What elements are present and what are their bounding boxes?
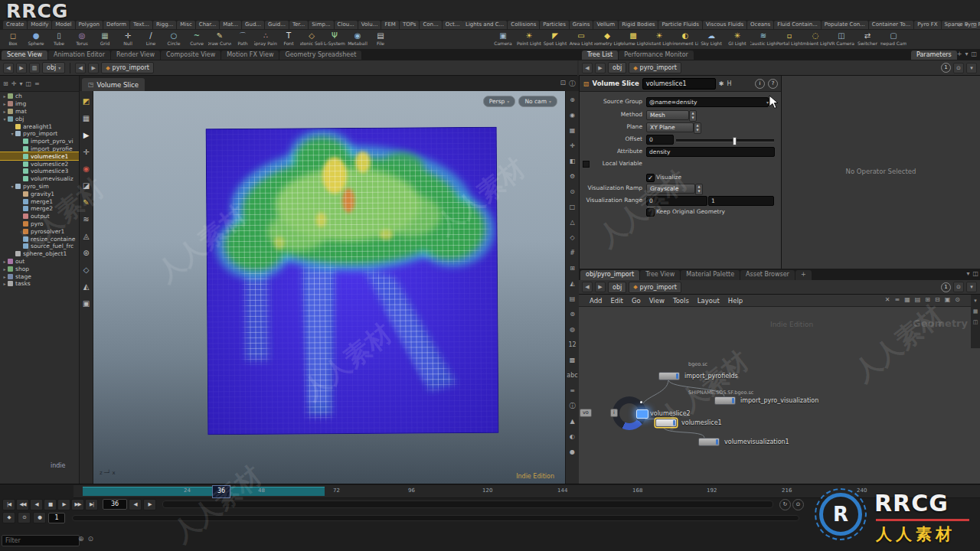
keep-original-checkbox[interactable]: [646, 208, 655, 217]
shelf-tab[interactable]: Collisions: [508, 21, 539, 29]
plane-dropdown[interactable]: XY Plane: [646, 122, 694, 132]
menu-item[interactable]: Go: [632, 297, 641, 305]
network-toolbar-icon[interactable]: ▣: [945, 296, 951, 303]
tree-item[interactable]: output: [0, 213, 79, 220]
network-node-body[interactable]: [714, 396, 736, 405]
shelf-tool[interactable]: ◐ Environment Light: [672, 31, 698, 46]
transport-button[interactable]: ▶|: [85, 499, 98, 510]
shelf-tab[interactable]: Polygon: [76, 21, 103, 29]
viewport-display-icon[interactable]: ▤: [570, 292, 576, 307]
menu-item[interactable]: Add: [590, 297, 602, 305]
path-node-chip[interactable]: ◆ pyro_import: [629, 282, 681, 293]
viewport-tool-icon[interactable]: ⊛: [83, 246, 89, 262]
help-houdini-icon[interactable]: H: [727, 80, 732, 87]
back-button[interactable]: ◀: [3, 63, 14, 73]
shelf-tab[interactable]: Gud...: [242, 21, 264, 29]
shelf-tool[interactable]: ✎ Draw Curve: [208, 31, 231, 46]
shelf-tool[interactable]: ✛ Null: [116, 31, 139, 46]
path-root-chip[interactable]: obj: [608, 62, 626, 73]
network-tab[interactable]: Asset Browser: [740, 270, 795, 280]
viewport-display-icon[interactable]: #: [570, 246, 575, 261]
network-node-body[interactable]: [658, 372, 680, 380]
stepper-icon[interactable]: ▲▼: [695, 184, 703, 195]
pane-tab[interactable]: Composite View: [161, 51, 220, 60]
pane-menu-icon[interactable]: ▾: [966, 63, 977, 73]
transport-button[interactable]: ◀: [30, 499, 43, 510]
forward-button[interactable]: ▶: [595, 63, 606, 73]
pane-menu-icon[interactable]: ▾: [966, 282, 977, 292]
shelf-tool[interactable]: ◫ VR Camera: [828, 31, 854, 46]
network-node[interactable]: import_pyro_visualization: [714, 396, 818, 404]
visualization-ramp-dropdown[interactable]: Grayscale: [646, 184, 695, 194]
playbar-option-button[interactable]: ●: [33, 512, 46, 523]
shelf-tool[interactable]: ▢ Gamepad Camera: [880, 31, 906, 46]
pane-tab[interactable]: Performance Monitor: [619, 51, 694, 60]
viewport-display-icon[interactable]: ✛: [570, 139, 575, 154]
viewport-display-icon[interactable]: ⚙: [570, 169, 575, 184]
add-network-tab-button[interactable]: +: [795, 270, 812, 280]
shelf-tool[interactable]: ▩ Volume Light: [620, 31, 646, 46]
path-root-chip[interactable]: obj: [608, 282, 626, 293]
twisty-icon[interactable]: ▾: [9, 131, 15, 136]
pane-menu-icon[interactable]: ▾: [966, 270, 969, 280]
twisty-icon[interactable]: ▸: [2, 259, 8, 264]
shelf-tab[interactable]: Oceans: [747, 21, 773, 29]
transport-button[interactable]: ▶: [57, 499, 70, 510]
playback-loop-button[interactable]: ↻: [779, 499, 791, 510]
shelf-tab[interactable]: Ter...: [289, 21, 308, 29]
viewport-display-icon[interactable]: ⓘ: [570, 399, 576, 414]
viewport-tool-icon[interactable]: ◭: [83, 279, 90, 296]
camera-selector-button[interactable]: No cam ▾: [518, 96, 557, 107]
network-node[interactable]: volumevisualization1: [698, 438, 789, 445]
shelf-tab[interactable]: Text...: [130, 21, 152, 29]
twisty-icon[interactable]: ▸: [2, 101, 8, 106]
menu-item[interactable]: Help: [728, 297, 743, 305]
network-toolbar-icon[interactable]: ⊟: [935, 296, 940, 303]
viewport-display-icon[interactable]: ◉: [570, 108, 575, 123]
stepper-icon[interactable]: ▲▼: [689, 110, 697, 122]
shelf-tab[interactable]: Misc: [177, 21, 194, 29]
network-strip-icon[interactable]: ▾: [974, 298, 977, 304]
shelf-menu-icon[interactable]: ▾: [965, 21, 968, 28]
viewport-display-icon[interactable]: ◇: [570, 230, 574, 246]
viewport-tab[interactable]: ◳ Volume Slice: [82, 78, 145, 91]
shelf-tool[interactable]: ☁ Sky Light: [698, 31, 724, 46]
attribute-field[interactable]: density: [646, 147, 775, 157]
network-toolbar-icon[interactable]: ▤: [915, 296, 921, 303]
shelf-tool[interactable]: ◻ Box: [2, 31, 24, 46]
shelf-tool[interactable]: ● Sphere: [24, 31, 47, 46]
filter-input[interactable]: Filter: [2, 535, 80, 546]
shelf-tool[interactable]: ☀ Point Light: [516, 31, 542, 46]
shelf-tool[interactable]: ▭ Area Light: [568, 31, 594, 46]
twisty-icon[interactable]: ▸: [2, 274, 8, 279]
link-badge[interactable]: 1: [941, 282, 951, 292]
shelf-tab[interactable]: Lights and C...: [462, 21, 507, 29]
tree-item[interactable]: merge1: [0, 197, 79, 205]
pane-tab[interactable]: Parameters: [911, 51, 957, 60]
shelf-tool[interactable]: ▫ Portal Light: [776, 31, 802, 46]
viewport-display-icon[interactable]: ⊕: [570, 93, 575, 108]
viewport-display-icon[interactable]: △: [570, 215, 574, 230]
tree-header-icon[interactable]: ⊞: [3, 80, 8, 87]
tree-item[interactable]: resize_containe: [0, 235, 79, 243]
shelf-tab[interactable]: Rigid Bodies: [619, 21, 658, 29]
info-icon[interactable]: i: [755, 79, 765, 89]
network-toolbar-icon[interactable]: ≡: [895, 296, 900, 303]
filter-option-icon[interactable]: ⊙: [88, 535, 94, 543]
shelf-tab[interactable]: Container To...: [869, 21, 913, 29]
shelf-tab[interactable]: Populate Con...: [822, 21, 868, 29]
link-badge[interactable]: 1: [941, 63, 951, 73]
twisty-icon[interactable]: ▾: [2, 116, 8, 122]
shelf-tool[interactable]: ◎ Torus: [70, 31, 93, 46]
shelf-tool[interactable]: ⌒ Path: [231, 31, 254, 46]
tree-item[interactable]: volumeslice2: [0, 160, 79, 168]
viewport-display-icon[interactable]: ▲: [570, 414, 574, 429]
shelf-tab[interactable]: Pyro FX: [914, 21, 940, 29]
current-frame-marker[interactable]: 36: [212, 485, 230, 498]
tree-item[interactable]: sphere_object1: [0, 250, 79, 258]
shelf-tab[interactable]: Particle Fluids: [658, 21, 702, 29]
range-slider[interactable]: [72, 515, 799, 521]
tree-item[interactable]: ▸ shop: [0, 265, 79, 272]
viewport-tool-icon[interactable]: ◩: [83, 94, 90, 111]
viewport-display-icon[interactable]: ●: [570, 445, 575, 460]
